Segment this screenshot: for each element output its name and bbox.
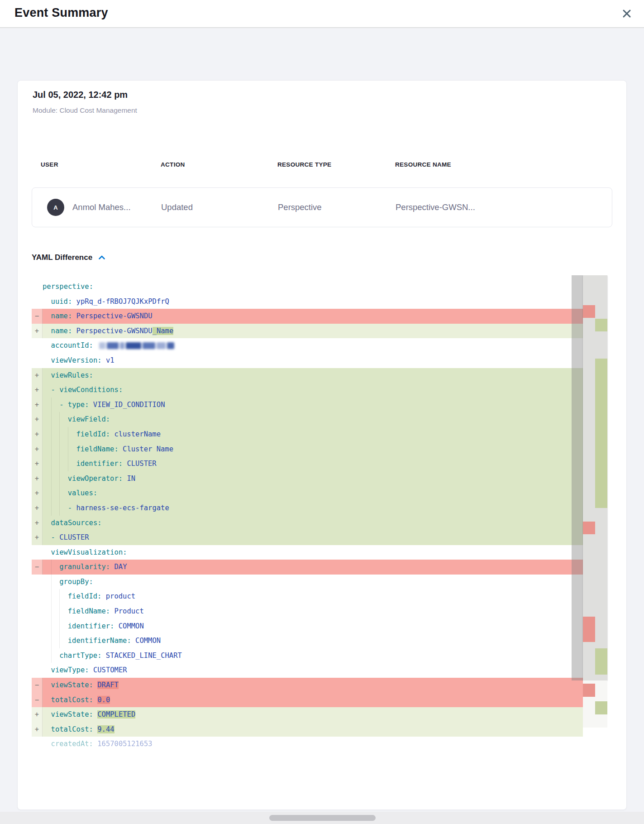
diff-line: −name: Perspective-GWSNDU (32, 309, 583, 324)
yaml-colon: : (89, 371, 93, 379)
indent-guide (43, 737, 51, 749)
yaml-key: fieldId (76, 430, 105, 438)
added-marker: + (32, 707, 43, 722)
yaml-key: identifier (68, 622, 110, 630)
diff-line: groupBy: (32, 575, 583, 589)
diff-line: fieldId: product (32, 589, 583, 604)
yaml-value-changed: DRAFT (97, 681, 119, 689)
yaml-key: viewState (51, 681, 89, 689)
indent-guide (59, 471, 68, 486)
yaml-value-changed: 0.0 (97, 696, 110, 704)
indent-guide (59, 486, 68, 501)
indent-guide (59, 604, 68, 619)
page-title: Event Summary (14, 6, 108, 20)
ruler-added-mark (595, 319, 607, 331)
indent-guide (43, 648, 51, 663)
yaml-colon: : (106, 563, 114, 571)
yaml-difference-toggle[interactable]: YAML Difference (32, 253, 105, 262)
indent-guide (43, 427, 51, 442)
indent-guide (51, 633, 60, 648)
yaml-difference-label: YAML Difference (32, 253, 92, 262)
user-name: Anmol Mahes... (72, 202, 131, 212)
diff-line: +viewOperator: IN (32, 471, 583, 486)
ruler-removed-mark (583, 617, 595, 642)
indent-guide (43, 309, 51, 324)
diff-ruler-marks (583, 275, 607, 749)
yaml-key: name (51, 312, 68, 320)
indent-guide (51, 589, 60, 604)
yaml-key: viewState (51, 710, 89, 719)
indent-guide (43, 530, 51, 545)
indent-guide (51, 619, 60, 634)
yaml-colon: : (89, 578, 93, 586)
removed-marker: − (32, 309, 43, 324)
close-button[interactable] (620, 8, 633, 21)
yaml-key: viewType (51, 666, 85, 674)
event-module: Module: Cloud Cost Management (33, 106, 137, 115)
horizontal-scrollbar-thumb[interactable] (269, 815, 376, 821)
yaml-key: fieldName (76, 445, 114, 453)
yaml-colon: : (85, 666, 93, 674)
gutter (32, 353, 43, 368)
yaml-diff-viewer[interactable]: perspective: uuid: ypRq_d-fRBOJ7QJKxPDfr… (32, 275, 612, 749)
yaml-value: harness-se-ecs-fargate (76, 504, 169, 512)
removed-marker: − (32, 678, 43, 693)
list-dash: - (68, 504, 76, 512)
yaml-key: viewRules (51, 371, 89, 379)
ruler-removed-mark (583, 522, 595, 534)
diff-line: +- type: VIEW_ID_CONDITION (32, 398, 583, 412)
yaml-value: VIEW_ID_CONDITION (93, 401, 165, 409)
indent-guide (51, 471, 60, 486)
ruler-added-mark (595, 648, 607, 675)
yaml-key: identifier (76, 460, 118, 468)
indent-guide (43, 678, 51, 693)
yaml-colon: : (68, 312, 76, 320)
yaml-value: IN (127, 474, 135, 483)
yaml-key: chartType (59, 652, 97, 660)
added-marker: + (32, 398, 43, 412)
indent-guide (43, 693, 51, 708)
indent-guide (51, 486, 60, 501)
yaml-colon: : (127, 637, 135, 645)
yaml-colon: : (123, 548, 127, 556)
indent-guide (43, 560, 51, 575)
yaml-key: dataSources (51, 519, 98, 527)
yaml-colon: : (89, 681, 98, 689)
gutter (32, 279, 43, 294)
diff-line: −viewState: DRAFT (32, 678, 583, 693)
indent-guide (43, 368, 51, 383)
indent-guide (59, 633, 68, 648)
indent-guide (59, 412, 68, 427)
yaml-value-changed: 9.44 (97, 725, 114, 733)
added-marker: + (32, 456, 43, 471)
added-marker: + (32, 722, 43, 737)
indent-guide (43, 324, 51, 339)
indent-guide (51, 427, 60, 442)
resource-type-cell: Perspective (269, 202, 386, 212)
diff-scrollbar-thumb[interactable] (572, 275, 583, 680)
action-cell: Updated (152, 202, 269, 212)
indent-guide (59, 456, 68, 471)
yaml-colon: : (89, 341, 98, 350)
diff-line: +- viewConditions: (32, 383, 583, 398)
indent-guide (43, 486, 51, 501)
yaml-value: Perspective-GWSNDU (76, 312, 153, 320)
added-marker: + (32, 530, 43, 545)
indent-guide (51, 560, 60, 575)
column-header: ACTION (152, 161, 268, 168)
indent-guide (43, 604, 51, 619)
resource-name-cell: Perspective-GWSN... (386, 202, 612, 212)
yaml-value: clusterName (114, 430, 161, 438)
diff-line: viewVersion: v1 (32, 353, 583, 368)
chevron-up-icon (98, 254, 105, 262)
yaml-key: viewVersion (51, 356, 98, 364)
yaml-key: type (68, 401, 85, 409)
gutter (32, 648, 43, 663)
yaml-colon: : (114, 445, 123, 453)
added-marker: + (32, 427, 43, 442)
diff-lines: perspective: uuid: ypRq_d-fRBOJ7QJKxPDfr… (32, 279, 583, 749)
gutter (32, 604, 43, 619)
diff-line: viewVisualization: (32, 545, 583, 560)
audit-table-row[interactable]: A Anmol Mahes... Updated Perspective Per… (32, 187, 612, 227)
indent-guide (68, 442, 76, 457)
